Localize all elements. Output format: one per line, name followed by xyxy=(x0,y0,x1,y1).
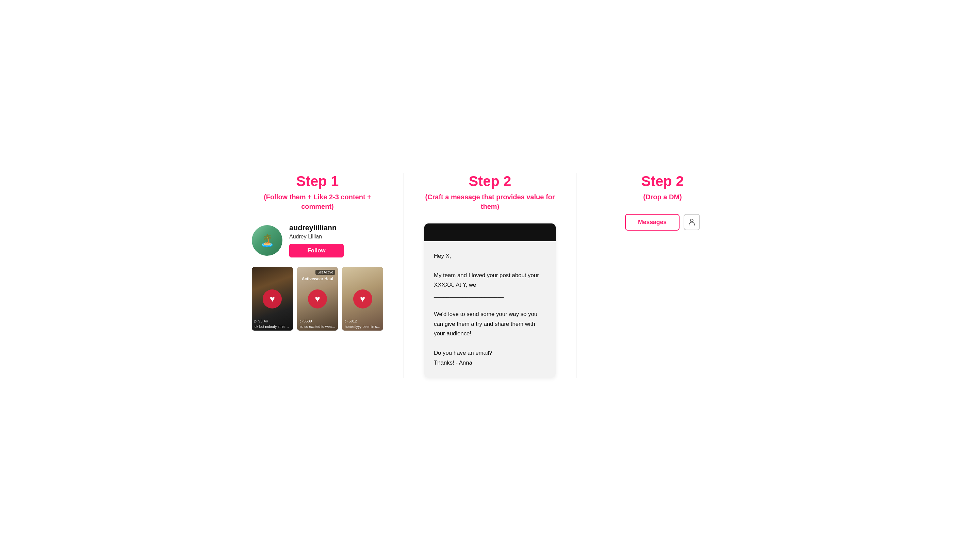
step2-dm-column: Step 2 (Drop a DM) Messages xyxy=(597,173,728,230)
step1-subtitle: (Follow them + Like 2-3 content + commen… xyxy=(252,192,383,211)
message-text: Hey X, My team and I loved your post abo… xyxy=(434,251,546,368)
step1-title: Step 1 xyxy=(296,173,339,189)
video-card-3[interactable]: ♥ ▷ 5912 honestlyyy been in su... xyxy=(342,267,383,331)
step2-craft-subtitle: (Craft a message that provides value for… xyxy=(424,192,556,211)
dm-container: Messages xyxy=(625,214,700,230)
step2-craft-column: Step 2 (Craft a message that provides va… xyxy=(424,173,556,378)
avatar: 🏝️ xyxy=(252,225,282,256)
step2-dm-subtitle: (Drop a DM) xyxy=(643,192,682,202)
video-views-1: ▷ 95.4K xyxy=(255,319,290,324)
video-caption-3: honestlyyy been in su... xyxy=(345,325,380,329)
video-views-2: ▷ 5589 xyxy=(300,319,336,324)
video-card-2[interactable]: Set Active Activewear Haul ♥ ▷ 5589 so s… xyxy=(297,267,338,331)
person-icon xyxy=(684,214,700,230)
profile-info: audreylilliann Audrey Lillian Follow xyxy=(289,224,344,257)
profile-card: 🏝️ audreylilliann Audrey Lillian Follow xyxy=(252,224,383,257)
like-icon-1: ♥ xyxy=(263,289,282,308)
main-container: Step 1 (Follow them + Like 2-3 content +… xyxy=(252,173,728,378)
svg-point-0 xyxy=(690,219,693,222)
video-card-1[interactable]: ♥ ▷ 95.4K ok but nobody stress ... xyxy=(252,267,293,331)
like-icon-2: ♥ xyxy=(308,289,327,308)
follow-button[interactable]: Follow xyxy=(289,244,344,257)
video-grid: ♥ ▷ 95.4K ok but nobody stress ... Set A… xyxy=(252,267,383,331)
video-caption-2: so so excited to wear ... xyxy=(300,325,336,329)
message-body: Hey X, My team and I loved your post abo… xyxy=(424,241,556,378)
divider-2 xyxy=(576,173,576,378)
messages-button[interactable]: Messages xyxy=(625,214,679,230)
video-label-2: Activewear Haul xyxy=(302,276,334,281)
step2-craft-title: Step 2 xyxy=(469,173,511,189)
profile-display-name: Audrey Lillian xyxy=(289,233,344,240)
profile-username: audreylilliann xyxy=(289,224,344,232)
video-views-3: ▷ 5912 xyxy=(345,319,380,324)
step1-column: Step 1 (Follow them + Like 2-3 content +… xyxy=(252,173,383,331)
step2-dm-title: Step 2 xyxy=(641,173,684,189)
video-badge-2: Set Active xyxy=(315,270,335,275)
message-container: Hey X, My team and I loved your post abo… xyxy=(424,224,556,378)
video-caption-1: ok but nobody stress ... xyxy=(255,325,290,329)
divider-1 xyxy=(404,173,404,378)
message-header xyxy=(424,224,556,241)
like-icon-3: ♥ xyxy=(353,289,372,308)
avatar-image: 🏝️ xyxy=(252,225,282,256)
